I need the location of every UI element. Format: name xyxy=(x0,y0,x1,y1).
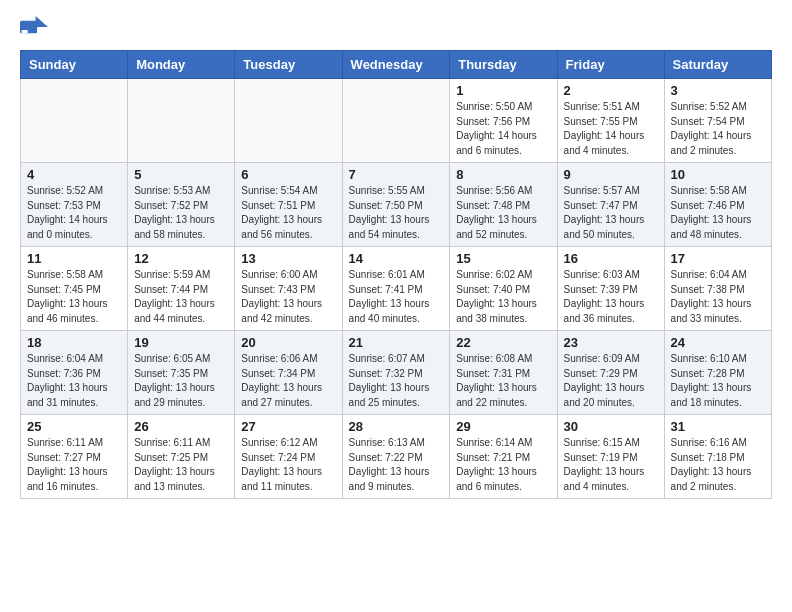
day-number: 27 xyxy=(241,419,335,434)
calendar-cell: 10Sunrise: 5:58 AM Sunset: 7:46 PM Dayli… xyxy=(664,163,771,247)
calendar-cell: 11Sunrise: 5:58 AM Sunset: 7:45 PM Dayli… xyxy=(21,247,128,331)
day-number: 14 xyxy=(349,251,444,266)
day-info: Sunrise: 6:15 AM Sunset: 7:19 PM Dayligh… xyxy=(564,436,658,494)
day-info: Sunrise: 6:14 AM Sunset: 7:21 PM Dayligh… xyxy=(456,436,550,494)
day-number: 25 xyxy=(27,419,121,434)
day-of-week-header: Saturday xyxy=(664,51,771,79)
day-number: 16 xyxy=(564,251,658,266)
day-info: Sunrise: 5:59 AM Sunset: 7:44 PM Dayligh… xyxy=(134,268,228,326)
svg-marker-1 xyxy=(36,16,48,27)
day-info: Sunrise: 6:08 AM Sunset: 7:31 PM Dayligh… xyxy=(456,352,550,410)
calendar-cell: 23Sunrise: 6:09 AM Sunset: 7:29 PM Dayli… xyxy=(557,331,664,415)
day-info: Sunrise: 5:53 AM Sunset: 7:52 PM Dayligh… xyxy=(134,184,228,242)
day-info: Sunrise: 5:58 AM Sunset: 7:46 PM Dayligh… xyxy=(671,184,765,242)
week-row: 11Sunrise: 5:58 AM Sunset: 7:45 PM Dayli… xyxy=(21,247,772,331)
calendar-cell: 4Sunrise: 5:52 AM Sunset: 7:53 PM Daylig… xyxy=(21,163,128,247)
day-info: Sunrise: 5:51 AM Sunset: 7:55 PM Dayligh… xyxy=(564,100,658,158)
calendar-cell: 8Sunrise: 5:56 AM Sunset: 7:48 PM Daylig… xyxy=(450,163,557,247)
day-info: Sunrise: 5:52 AM Sunset: 7:53 PM Dayligh… xyxy=(27,184,121,242)
day-info: Sunrise: 6:12 AM Sunset: 7:24 PM Dayligh… xyxy=(241,436,335,494)
day-number: 10 xyxy=(671,167,765,182)
day-info: Sunrise: 5:57 AM Sunset: 7:47 PM Dayligh… xyxy=(564,184,658,242)
day-number: 24 xyxy=(671,335,765,350)
calendar-cell: 5Sunrise: 5:53 AM Sunset: 7:52 PM Daylig… xyxy=(128,163,235,247)
day-number: 22 xyxy=(456,335,550,350)
calendar-cell: 9Sunrise: 5:57 AM Sunset: 7:47 PM Daylig… xyxy=(557,163,664,247)
day-of-week-header: Thursday xyxy=(450,51,557,79)
header xyxy=(20,16,772,38)
calendar-cell: 24Sunrise: 6:10 AM Sunset: 7:28 PM Dayli… xyxy=(664,331,771,415)
calendar-cell: 22Sunrise: 6:08 AM Sunset: 7:31 PM Dayli… xyxy=(450,331,557,415)
day-number: 17 xyxy=(671,251,765,266)
calendar-cell: 29Sunrise: 6:14 AM Sunset: 7:21 PM Dayli… xyxy=(450,415,557,499)
day-info: Sunrise: 6:07 AM Sunset: 7:32 PM Dayligh… xyxy=(349,352,444,410)
calendar-cell: 7Sunrise: 5:55 AM Sunset: 7:50 PM Daylig… xyxy=(342,163,450,247)
week-row: 4Sunrise: 5:52 AM Sunset: 7:53 PM Daylig… xyxy=(21,163,772,247)
week-row: 18Sunrise: 6:04 AM Sunset: 7:36 PM Dayli… xyxy=(21,331,772,415)
day-info: Sunrise: 6:06 AM Sunset: 7:34 PM Dayligh… xyxy=(241,352,335,410)
day-number: 31 xyxy=(671,419,765,434)
day-of-week-header: Tuesday xyxy=(235,51,342,79)
day-info: Sunrise: 6:11 AM Sunset: 7:27 PM Dayligh… xyxy=(27,436,121,494)
day-info: Sunrise: 5:52 AM Sunset: 7:54 PM Dayligh… xyxy=(671,100,765,158)
logo xyxy=(20,16,52,38)
calendar-cell xyxy=(128,79,235,163)
calendar-cell xyxy=(21,79,128,163)
day-number: 30 xyxy=(564,419,658,434)
day-of-week-header: Monday xyxy=(128,51,235,79)
calendar-cell: 2Sunrise: 5:51 AM Sunset: 7:55 PM Daylig… xyxy=(557,79,664,163)
week-row: 25Sunrise: 6:11 AM Sunset: 7:27 PM Dayli… xyxy=(21,415,772,499)
calendar-cell: 21Sunrise: 6:07 AM Sunset: 7:32 PM Dayli… xyxy=(342,331,450,415)
day-number: 15 xyxy=(456,251,550,266)
calendar-cell: 6Sunrise: 5:54 AM Sunset: 7:51 PM Daylig… xyxy=(235,163,342,247)
day-number: 3 xyxy=(671,83,765,98)
day-number: 9 xyxy=(564,167,658,182)
day-number: 28 xyxy=(349,419,444,434)
day-number: 8 xyxy=(456,167,550,182)
day-number: 5 xyxy=(134,167,228,182)
calendar-cell xyxy=(342,79,450,163)
day-info: Sunrise: 6:13 AM Sunset: 7:22 PM Dayligh… xyxy=(349,436,444,494)
day-number: 4 xyxy=(27,167,121,182)
calendar-cell: 25Sunrise: 6:11 AM Sunset: 7:27 PM Dayli… xyxy=(21,415,128,499)
calendar-cell: 13Sunrise: 6:00 AM Sunset: 7:43 PM Dayli… xyxy=(235,247,342,331)
day-number: 21 xyxy=(349,335,444,350)
calendar-header-row: SundayMondayTuesdayWednesdayThursdayFrid… xyxy=(21,51,772,79)
day-info: Sunrise: 5:58 AM Sunset: 7:45 PM Dayligh… xyxy=(27,268,121,326)
day-number: 19 xyxy=(134,335,228,350)
calendar-cell: 31Sunrise: 6:16 AM Sunset: 7:18 PM Dayli… xyxy=(664,415,771,499)
day-number: 18 xyxy=(27,335,121,350)
day-number: 6 xyxy=(241,167,335,182)
day-number: 20 xyxy=(241,335,335,350)
day-number: 23 xyxy=(564,335,658,350)
calendar-cell: 3Sunrise: 5:52 AM Sunset: 7:54 PM Daylig… xyxy=(664,79,771,163)
calendar-cell: 12Sunrise: 5:59 AM Sunset: 7:44 PM Dayli… xyxy=(128,247,235,331)
calendar-cell: 14Sunrise: 6:01 AM Sunset: 7:41 PM Dayli… xyxy=(342,247,450,331)
day-info: Sunrise: 6:04 AM Sunset: 7:36 PM Dayligh… xyxy=(27,352,121,410)
day-info: Sunrise: 6:05 AM Sunset: 7:35 PM Dayligh… xyxy=(134,352,228,410)
day-of-week-header: Friday xyxy=(557,51,664,79)
day-info: Sunrise: 5:54 AM Sunset: 7:51 PM Dayligh… xyxy=(241,184,335,242)
day-info: Sunrise: 6:10 AM Sunset: 7:28 PM Dayligh… xyxy=(671,352,765,410)
day-number: 12 xyxy=(134,251,228,266)
day-number: 26 xyxy=(134,419,228,434)
calendar-cell: 1Sunrise: 5:50 AM Sunset: 7:56 PM Daylig… xyxy=(450,79,557,163)
day-number: 13 xyxy=(241,251,335,266)
calendar-cell: 17Sunrise: 6:04 AM Sunset: 7:38 PM Dayli… xyxy=(664,247,771,331)
day-info: Sunrise: 6:03 AM Sunset: 7:39 PM Dayligh… xyxy=(564,268,658,326)
calendar-cell: 28Sunrise: 6:13 AM Sunset: 7:22 PM Dayli… xyxy=(342,415,450,499)
day-number: 1 xyxy=(456,83,550,98)
calendar-cell: 26Sunrise: 6:11 AM Sunset: 7:25 PM Dayli… xyxy=(128,415,235,499)
day-info: Sunrise: 6:01 AM Sunset: 7:41 PM Dayligh… xyxy=(349,268,444,326)
day-info: Sunrise: 6:02 AM Sunset: 7:40 PM Dayligh… xyxy=(456,268,550,326)
day-number: 7 xyxy=(349,167,444,182)
calendar-cell: 18Sunrise: 6:04 AM Sunset: 7:36 PM Dayli… xyxy=(21,331,128,415)
logo-icon xyxy=(20,16,48,38)
day-number: 11 xyxy=(27,251,121,266)
calendar-cell: 16Sunrise: 6:03 AM Sunset: 7:39 PM Dayli… xyxy=(557,247,664,331)
day-of-week-header: Sunday xyxy=(21,51,128,79)
calendar-cell: 30Sunrise: 6:15 AM Sunset: 7:19 PM Dayli… xyxy=(557,415,664,499)
calendar-cell: 20Sunrise: 6:06 AM Sunset: 7:34 PM Dayli… xyxy=(235,331,342,415)
day-info: Sunrise: 6:16 AM Sunset: 7:18 PM Dayligh… xyxy=(671,436,765,494)
day-info: Sunrise: 6:11 AM Sunset: 7:25 PM Dayligh… xyxy=(134,436,228,494)
